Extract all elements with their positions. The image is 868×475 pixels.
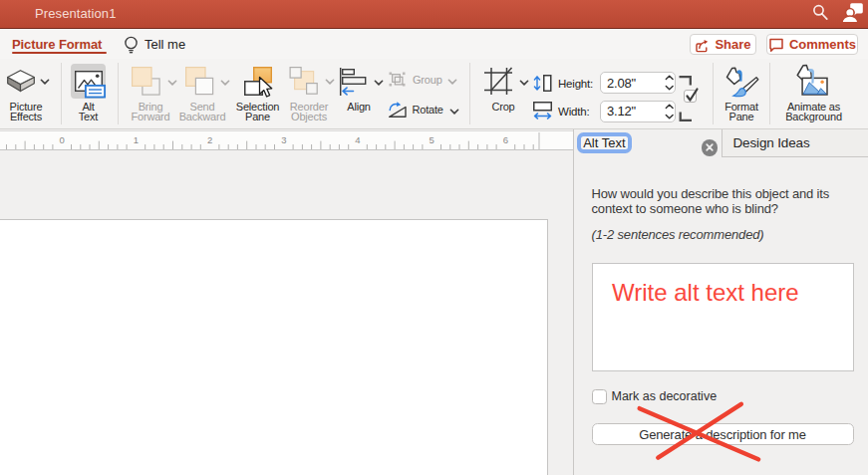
svg-text:6: 6	[503, 133, 508, 144]
svg-text:2: 2	[207, 133, 212, 144]
svg-text:4: 4	[355, 133, 360, 144]
svg-text:1: 1	[134, 133, 139, 144]
svg-text:3: 3	[281, 133, 286, 144]
svg-text:5: 5	[430, 133, 434, 144]
svg-text:0: 0	[60, 133, 65, 144]
